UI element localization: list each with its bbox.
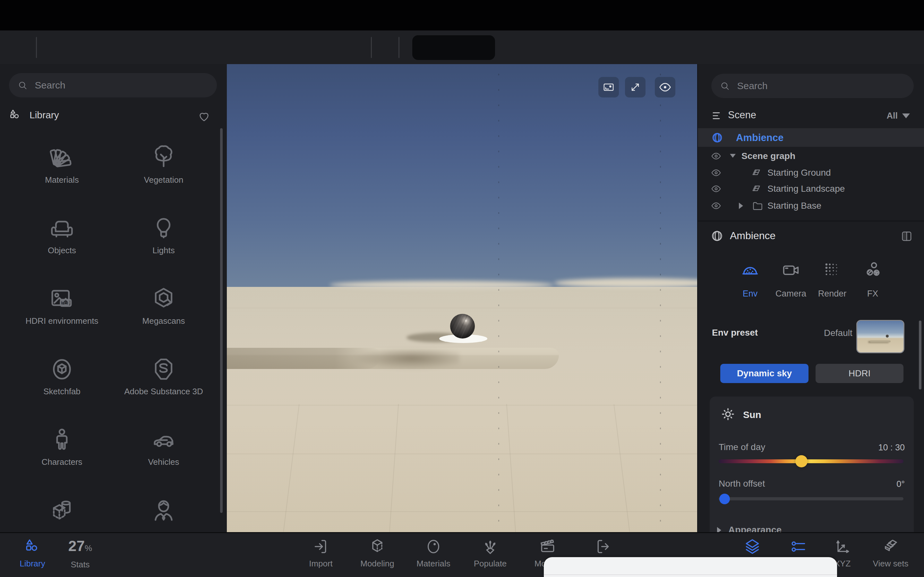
import-icon xyxy=(312,538,330,556)
north-offset-slider[interactable] xyxy=(719,497,903,500)
env-preset-label: Env preset xyxy=(712,327,758,338)
ground-grid-line xyxy=(227,405,697,406)
render-view-button[interactable] xyxy=(598,77,619,97)
tab-fx[interactable]: FX xyxy=(852,260,893,299)
snapshot-icon xyxy=(602,81,615,93)
terrain-icon xyxy=(750,167,762,179)
tree-row-scene-graph[interactable]: Scene graph xyxy=(698,148,924,164)
env-dome-icon xyxy=(740,260,760,280)
tree-row-starting-landscape[interactable]: Starting Landscape xyxy=(698,181,924,197)
hdri-button[interactable]: HDRI xyxy=(816,364,903,383)
tree-row-label: Scene graph xyxy=(741,151,795,161)
inspector-title: Ambience xyxy=(730,230,775,242)
terrain-icon xyxy=(750,183,762,195)
materials-icon xyxy=(49,145,75,171)
appearance-section-header[interactable]: Appearance xyxy=(717,525,782,532)
caret-right-icon xyxy=(717,527,721,532)
button-label: Dynamic sky xyxy=(737,368,792,379)
bottombar-label: Materials xyxy=(417,559,450,569)
scene-search-input[interactable] xyxy=(736,80,905,92)
dune xyxy=(330,281,554,289)
bottombar-label: Import xyxy=(309,559,333,569)
library-shapes-icon xyxy=(23,538,41,556)
north-offset-slider-thumb[interactable] xyxy=(719,494,730,504)
expand-icon xyxy=(629,81,642,93)
megascans-icon xyxy=(151,286,176,311)
library-item-label: Adobe Substance 3D xyxy=(124,387,203,396)
bottombar-export[interactable] xyxy=(567,538,638,556)
search-icon xyxy=(720,80,730,92)
eye-visibility-icon[interactable] xyxy=(710,183,722,194)
library-item-characters[interactable]: Characters xyxy=(7,427,116,475)
svg-text:HDR: HDR xyxy=(62,301,70,306)
marble-sphere-object[interactable] xyxy=(450,314,475,338)
library-item-label: Lights xyxy=(152,245,174,255)
viewport-3d[interactable] xyxy=(227,64,697,532)
library-item-hdri-environments[interactable]: HDR HDRI environments xyxy=(7,286,116,334)
split-panel-icon[interactable] xyxy=(900,229,913,243)
inspector-scrollbar[interactable] xyxy=(919,321,921,390)
bottombar-view-sets[interactable]: View sets xyxy=(855,538,924,569)
foreground-window-overlay[interactable] xyxy=(544,557,837,577)
library-search-input[interactable] xyxy=(34,79,208,91)
vegetation-icon xyxy=(151,145,176,171)
bottombar-label: Stats xyxy=(71,560,89,570)
env-preset-thumbnail[interactable] xyxy=(856,320,905,353)
library-search[interactable] xyxy=(9,73,217,97)
fullscreen-button[interactable] xyxy=(625,77,646,97)
library-item-sketchfab[interactable]: Sketchfab xyxy=(7,356,116,405)
person-bust-icon xyxy=(151,498,176,523)
library-item-people[interactable] xyxy=(109,498,218,532)
library-item-primitives[interactable] xyxy=(7,498,116,532)
tab-label: Env xyxy=(743,289,758,299)
tab-env[interactable]: Env xyxy=(729,260,771,299)
caret-right-icon[interactable] xyxy=(739,203,743,209)
bottombar-label: Populate xyxy=(474,559,507,569)
tree-row-ambience[interactable]: Ambience xyxy=(698,128,924,147)
bottombar-stats[interactable]: 27% Stats xyxy=(45,538,115,570)
button-label: HDRI xyxy=(849,368,871,379)
time-of-day-slider-thumb[interactable] xyxy=(795,455,808,467)
visibility-button[interactable] xyxy=(655,77,675,97)
app-window: Library Materials xyxy=(0,0,924,577)
tab-render[interactable]: Render xyxy=(811,260,853,299)
layers-icon xyxy=(743,538,761,556)
library-item-vehicles[interactable]: Vehicles xyxy=(109,427,218,475)
env-preset-value: Default xyxy=(824,328,853,338)
scene-filter-dropdown[interactable]: All xyxy=(887,111,910,121)
thumbnail-sphere xyxy=(886,335,889,338)
bottombar-label: View sets xyxy=(873,559,909,569)
caret-down-icon[interactable] xyxy=(730,154,736,158)
library-item-megascans[interactable]: Megascans xyxy=(109,286,218,334)
eye-visibility-icon[interactable] xyxy=(710,200,722,211)
library-item-adobe-substance-3d[interactable]: Adobe Substance 3D xyxy=(109,356,218,405)
library-scrollbar[interactable] xyxy=(220,128,223,513)
library-item-label: Materials xyxy=(45,175,79,185)
dynamic-sky-button[interactable]: Dynamic sky xyxy=(720,364,809,383)
guide-dotted-line xyxy=(498,74,499,522)
substance-3d-icon xyxy=(151,356,176,382)
tree-row-starting-ground[interactable]: Starting Ground xyxy=(698,165,924,181)
time-of-day-value: 10 : 30 xyxy=(878,443,905,453)
tree-row-starting-base[interactable]: Starting Base xyxy=(698,198,924,214)
favorites-button[interactable] xyxy=(197,109,211,123)
panel-divider xyxy=(698,221,924,221)
bottombar-label: Modeling xyxy=(360,559,394,569)
tab-label: FX xyxy=(867,289,879,299)
eye-visibility-icon[interactable] xyxy=(710,167,722,178)
library-item-vegetation[interactable]: Vegetation xyxy=(109,145,218,193)
library-item-objects[interactable]: Objects xyxy=(7,215,116,263)
library-item-label: HDRI environments xyxy=(26,316,99,326)
library-shapes-icon xyxy=(8,108,22,122)
scene-search[interactable] xyxy=(711,74,914,98)
fx-circles-icon xyxy=(863,260,883,280)
scene-list-icon[interactable] xyxy=(711,109,724,122)
xyz-axis-icon xyxy=(834,538,851,556)
eye-icon xyxy=(658,81,672,94)
eye-visibility-icon[interactable] xyxy=(710,151,722,161)
library-item-lights[interactable]: Lights xyxy=(109,215,218,263)
time-of-day-slider[interactable] xyxy=(719,459,903,463)
tree-row-label: Starting Landscape xyxy=(767,184,845,194)
tab-camera[interactable]: Camera xyxy=(770,260,812,299)
library-item-materials[interactable]: Materials xyxy=(7,145,116,193)
